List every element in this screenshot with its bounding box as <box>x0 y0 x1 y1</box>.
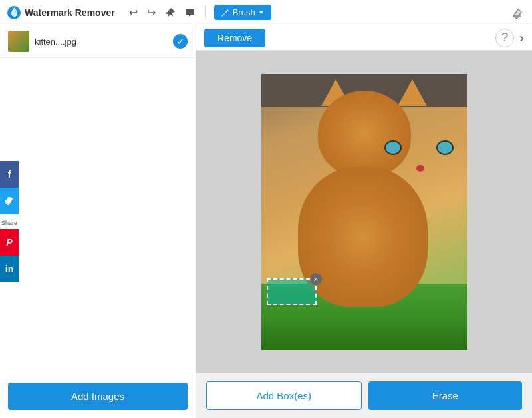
brush-icon <box>221 8 230 17</box>
cat-body <box>298 167 428 307</box>
main-image: × <box>261 74 467 350</box>
canvas-area: × <box>196 51 532 373</box>
file-thumbnail <box>8 31 29 52</box>
share-label-container: Share <box>0 214 19 229</box>
brush-label: Brush <box>233 7 255 17</box>
twitter-icon <box>5 197 14 205</box>
cat-ear-right <box>398 79 427 106</box>
app-title: Watermark Remover <box>25 7 115 18</box>
chat-button[interactable] <box>183 5 198 20</box>
logo-icon <box>7 5 21 20</box>
facebook-label: f <box>8 169 11 180</box>
file-name: kitten....jpg <box>35 37 168 47</box>
selection-close-button[interactable]: × <box>310 273 322 285</box>
facebook-button[interactable]: f <box>0 161 19 188</box>
cat-eye-left <box>384 140 402 155</box>
next-icon: › <box>519 30 524 45</box>
cat-head <box>318 91 411 177</box>
redo-button[interactable]: ↪ <box>145 4 158 21</box>
sidebar-bottom: Add Images <box>0 375 196 418</box>
add-boxes-button[interactable]: Add Box(es) <box>206 381 362 410</box>
eraser-icon <box>511 7 523 19</box>
left-sidebar: f Share P in kitten....jpg ✓ <box>0 25 196 418</box>
brush-button[interactable]: Brush <box>214 5 271 20</box>
bottom-actions: Add Box(es) Erase <box>196 373 532 418</box>
twitter-button[interactable] <box>0 188 19 214</box>
pinterest-button[interactable]: P <box>0 229 19 256</box>
pin-icon <box>165 7 176 18</box>
cat-nose <box>416 165 424 172</box>
remove-button[interactable]: Remove <box>204 29 265 47</box>
redo-icon: ↪ <box>147 6 156 19</box>
pin-button[interactable] <box>163 5 178 20</box>
pinterest-label: P <box>6 237 12 248</box>
undo-icon: ↩ <box>129 6 138 19</box>
linkedin-label: in <box>5 264 13 274</box>
next-button[interactable]: › <box>519 30 524 45</box>
right-content: Remove ? › <box>196 25 532 418</box>
undo-button[interactable]: ↩ <box>127 4 140 21</box>
top-toolbar: Watermark Remover ↩ ↪ Brush <box>0 0 532 25</box>
file-check-icon: ✓ <box>173 34 188 49</box>
close-label: × <box>313 275 317 283</box>
help-label: ? <box>501 31 508 45</box>
share-label: Share <box>1 220 17 226</box>
help-button[interactable]: ? <box>495 29 514 47</box>
image-container: × <box>261 74 467 350</box>
social-sidebar: f Share P in <box>0 161 19 282</box>
selection-box[interactable]: × <box>267 278 317 305</box>
add-images-button[interactable]: Add Images <box>8 383 188 410</box>
linkedin-button[interactable]: in <box>0 256 19 282</box>
right-toolbar: Remove ? › <box>196 25 532 51</box>
main-layout: f Share P in kitten....jpg ✓ <box>0 25 532 418</box>
app-logo: Watermark Remover <box>7 5 115 20</box>
chevron-down-icon <box>258 9 265 16</box>
separator <box>205 6 206 19</box>
file-item[interactable]: kitten....jpg ✓ <box>0 25 196 58</box>
eraser-button[interactable] <box>509 5 525 21</box>
erase-button[interactable]: Erase <box>368 381 523 410</box>
cat-eye-right <box>436 140 454 155</box>
chat-icon <box>185 7 196 18</box>
